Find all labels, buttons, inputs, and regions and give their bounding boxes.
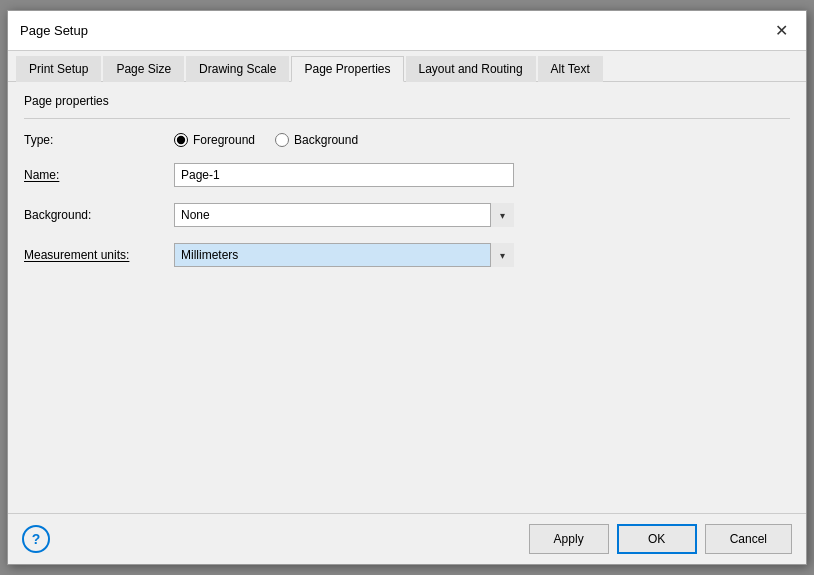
tab-drawing-scale[interactable]: Drawing Scale xyxy=(186,56,289,82)
measurement-row: Measurement units: Inches Centimeters Mi… xyxy=(24,243,790,267)
background-field-label: Background: xyxy=(24,208,174,222)
apply-button[interactable]: Apply xyxy=(529,524,609,554)
title-bar: Page Setup ✕ xyxy=(8,11,806,51)
tab-layout-routing[interactable]: Layout and Routing xyxy=(406,56,536,82)
background-radio[interactable] xyxy=(275,133,289,147)
footer-left: ? xyxy=(22,525,50,553)
type-row: Type: Foreground Background xyxy=(24,133,790,147)
measurement-select-wrapper: Inches Centimeters Millimeters Points Pi… xyxy=(174,243,514,267)
tab-page-properties[interactable]: Page Properties xyxy=(291,56,403,82)
foreground-option[interactable]: Foreground xyxy=(174,133,255,147)
foreground-label: Foreground xyxy=(193,133,255,147)
tab-print-setup[interactable]: Print Setup xyxy=(16,56,101,82)
section-divider xyxy=(24,118,790,119)
tab-page-size[interactable]: Page Size xyxy=(103,56,184,82)
content-area: Page properties Type: Foreground Backgro… xyxy=(8,82,806,404)
cancel-button[interactable]: Cancel xyxy=(705,524,792,554)
background-label: Background xyxy=(294,133,358,147)
name-label: Name: xyxy=(24,168,174,182)
footer-right: Apply OK Cancel xyxy=(529,524,792,554)
name-row: Name: xyxy=(24,163,790,187)
foreground-radio[interactable] xyxy=(174,133,188,147)
tab-alt-text[interactable]: Alt Text xyxy=(538,56,603,82)
measurement-select[interactable]: Inches Centimeters Millimeters Points Pi… xyxy=(174,243,514,267)
page-setup-dialog: Page Setup ✕ Print Setup Page Size Drawi… xyxy=(7,10,807,565)
close-button[interactable]: ✕ xyxy=(769,19,794,42)
type-radio-group: Foreground Background xyxy=(174,133,358,147)
background-row: Background: None ▾ xyxy=(24,203,790,227)
dialog-title: Page Setup xyxy=(20,23,88,38)
background-select-wrapper: None ▾ xyxy=(174,203,514,227)
name-input[interactable] xyxy=(174,163,514,187)
type-label: Type: xyxy=(24,133,174,147)
measurement-label: Measurement units: xyxy=(24,248,174,262)
background-option[interactable]: Background xyxy=(275,133,358,147)
ok-button[interactable]: OK xyxy=(617,524,697,554)
background-select[interactable]: None xyxy=(174,203,514,227)
section-title: Page properties xyxy=(24,94,790,108)
help-button[interactable]: ? xyxy=(22,525,50,553)
tab-bar: Print Setup Page Size Drawing Scale Page… xyxy=(8,51,806,82)
footer: ? Apply OK Cancel xyxy=(8,513,806,564)
